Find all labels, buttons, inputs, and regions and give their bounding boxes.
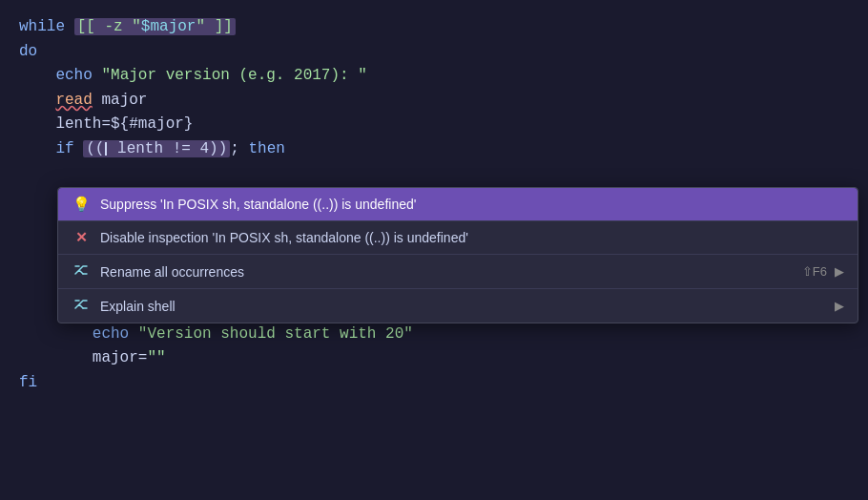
code-line-6: if (( lenth != 4)); then	[19, 137, 849, 162]
menu-item-rename-label: Rename all occurrences	[100, 264, 783, 280]
lightbulb-icon: 💡	[72, 196, 91, 213]
submenu-arrow-icon: ▶	[835, 264, 844, 279]
menu-item-rename[interactable]: Rename all occurrences ⇧F6 ▶	[58, 255, 858, 289]
menu-item-rename-shortcut: ⇧F6	[802, 264, 827, 279]
code-line-10: major=""	[19, 346, 849, 371]
menu-item-disable-label: Disable inspection 'In POSIX sh, standal…	[100, 230, 844, 245]
code-line-9: echo "Version should start with 20"	[19, 323, 849, 347]
code-editor: while [[ -z "$major" ]] do echo "Major v…	[0, 0, 868, 500]
menu-item-suppress[interactable]: 💡 Suppress 'In POSIX sh, standalone ((..…	[58, 188, 858, 221]
close-icon: ✕	[72, 229, 91, 246]
code-line-1: while [[ -z "$major" ]]	[19, 15, 849, 40]
rename-icon	[72, 262, 91, 281]
code-line-5: lenth=${#major}	[19, 113, 849, 137]
code-line-4: read major	[19, 89, 849, 114]
menu-item-disable[interactable]: ✕ Disable inspection 'In POSIX sh, stand…	[58, 221, 858, 255]
menu-item-suppress-label: Suppress 'In POSIX sh, standalone ((..))…	[100, 197, 844, 212]
menu-item-explain[interactable]: Explain shell ▶	[58, 289, 858, 323]
code-line-fi: fi	[19, 371, 849, 396]
menu-item-explain-label: Explain shell	[100, 299, 827, 314]
explain-icon	[72, 297, 91, 315]
code-line-2: do	[19, 40, 849, 65]
submenu-arrow-icon-2: ▶	[835, 299, 844, 313]
code-line-3: echo "Major version (e.g. 2017): "	[19, 64, 849, 89]
context-menu[interactable]: 💡 Suppress 'In POSIX sh, standalone ((..…	[57, 187, 858, 323]
